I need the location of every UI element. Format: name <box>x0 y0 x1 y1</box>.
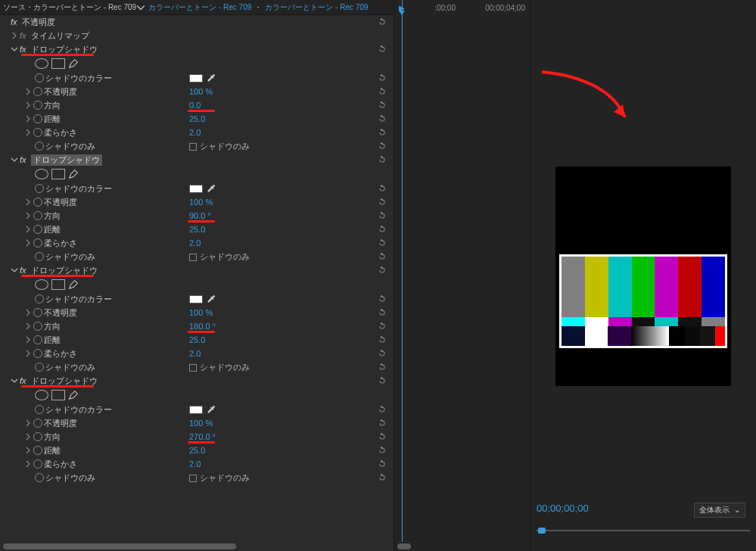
prop-softness[interactable]: 柔らかさ 2.0 <box>0 347 394 360</box>
reset-icon[interactable] <box>377 251 389 262</box>
checkbox[interactable] <box>189 143 197 151</box>
zoom-slider[interactable] <box>537 526 750 535</box>
prop-opacity[interactable]: 不透明度 100 % <box>0 195 394 209</box>
reset-icon[interactable] <box>377 44 389 54</box>
twirl-right-icon[interactable] <box>11 32 18 39</box>
eyedropper-icon[interactable] <box>206 183 216 194</box>
reset-icon[interactable] <box>377 404 389 415</box>
prop-distance[interactable]: 距離 25.0 <box>0 333 394 347</box>
rect-mask-icon[interactable] <box>51 169 65 179</box>
reset-icon[interactable] <box>377 224 389 235</box>
twirl-right-icon[interactable] <box>24 115 32 123</box>
twirl-right-icon[interactable] <box>24 322 32 330</box>
prop-shadow-color[interactable]: シャドウのカラー <box>0 182 394 195</box>
stopwatch-icon[interactable] <box>33 335 42 344</box>
reset-icon[interactable] <box>377 86 389 97</box>
value-softness[interactable]: 2.0 <box>189 349 201 358</box>
twirl-right-icon[interactable] <box>24 309 32 316</box>
value-distance[interactable]: 25.0 <box>189 335 205 344</box>
twirl-down-icon[interactable] <box>11 45 18 53</box>
value-distance[interactable]: 25.0 <box>189 114 205 123</box>
stopwatch-icon[interactable] <box>33 349 42 358</box>
ellipse-mask-icon[interactable] <box>35 169 48 179</box>
twirl-right-icon[interactable] <box>24 226 32 233</box>
prop-shadow-only[interactable]: シャドウのみ シャドウのみ <box>0 250 394 263</box>
rect-mask-icon[interactable] <box>51 58 65 69</box>
clip-link-1[interactable]: カラーバーとトーン - Rec 709 <box>148 2 251 13</box>
prop-direction[interactable]: 方向 180.0 ° <box>0 319 394 333</box>
twirl-down-icon[interactable] <box>11 377 18 384</box>
twirl-right-icon[interactable] <box>24 460 32 468</box>
effect-dropshadow-header[interactable]: fx ドロップシャドウ <box>0 263 394 277</box>
clip-link-2[interactable]: カラーバーとトーン - Rec 709 <box>265 2 368 13</box>
pen-mask-icon[interactable] <box>68 390 79 400</box>
twirl-right-icon[interactable] <box>24 101 32 109</box>
effect-timeremap-header[interactable]: fx タイムリマップ <box>0 29 394 42</box>
color-swatch[interactable] <box>189 74 203 82</box>
value-opacity[interactable]: 100 % <box>189 198 213 207</box>
horizontal-scrollbar[interactable] <box>2 542 392 551</box>
effect-dropshadow-header[interactable]: fx ドロップシャドウ <box>0 42 394 56</box>
stopwatch-icon[interactable] <box>35 252 44 261</box>
prop-shadow-only[interactable]: シャドウのみ シャドウのみ <box>0 360 394 374</box>
value-direction[interactable]: 180.0 ° <box>189 322 216 331</box>
reset-icon[interactable] <box>377 265 389 276</box>
value-opacity[interactable]: 100 % <box>189 419 213 428</box>
eyedropper-icon[interactable] <box>206 73 216 83</box>
zoom-dropdown[interactable]: 全体表示 ⌄ <box>694 503 745 518</box>
checkbox[interactable] <box>189 254 197 261</box>
prop-direction[interactable]: 方向 90.0 ° <box>0 209 394 223</box>
twirl-right-icon[interactable] <box>24 336 32 344</box>
reset-icon[interactable] <box>377 348 389 359</box>
stopwatch-icon[interactable] <box>33 419 42 428</box>
reset-icon[interactable] <box>377 183 389 194</box>
stopwatch-icon[interactable] <box>33 101 42 110</box>
prop-shadow-only[interactable]: シャドウのみ シャドウのみ <box>0 471 394 484</box>
prop-distance[interactable]: 距離 25.0 <box>0 444 394 457</box>
reset-icon[interactable] <box>377 238 389 248</box>
value-direction[interactable]: 90.0 ° <box>189 211 211 220</box>
twirl-right-icon[interactable] <box>24 433 32 440</box>
ellipse-mask-icon[interactable] <box>35 390 48 400</box>
pen-mask-icon[interactable] <box>68 279 79 290</box>
twirl-down-icon[interactable] <box>11 266 18 274</box>
reset-icon[interactable] <box>377 127 389 138</box>
reset-icon[interactable] <box>377 307 389 318</box>
stopwatch-icon[interactable] <box>33 225 42 234</box>
preview-video[interactable] <box>555 167 731 386</box>
prop-direction[interactable]: 方向 0.0 <box>0 98 394 112</box>
twirl-right-icon[interactable] <box>24 419 32 427</box>
reset-icon[interactable] <box>377 335 389 345</box>
prop-softness[interactable]: 柔らかさ 2.0 <box>0 126 394 139</box>
twirl-right-icon[interactable] <box>24 350 32 357</box>
twirl-right-icon[interactable] <box>24 447 32 454</box>
twirl-right-icon[interactable] <box>24 88 32 95</box>
stopwatch-icon[interactable] <box>35 73 44 82</box>
reset-icon[interactable] <box>377 73 389 83</box>
effect-name[interactable]: ドロップシャドウ <box>31 154 102 166</box>
twirl-right-icon[interactable] <box>24 239 32 247</box>
value-softness[interactable]: 2.0 <box>189 459 201 469</box>
stopwatch-icon[interactable] <box>35 294 44 304</box>
reset-icon[interactable] <box>377 418 389 428</box>
twirl-right-icon[interactable] <box>24 212 32 219</box>
effect-dropshadow-header[interactable]: fx ドロップシャドウ <box>0 153 394 167</box>
twirl-right-icon[interactable] <box>24 198 32 206</box>
prop-softness[interactable]: 柔らかさ 2.0 <box>0 236 394 250</box>
checkbox[interactable] <box>189 364 197 372</box>
prop-shadow-only[interactable]: シャドウのみ シャドウのみ <box>0 139 394 153</box>
twirl-right-icon[interactable] <box>24 129 32 136</box>
value-direction[interactable]: 0.0 <box>189 101 201 110</box>
current-timecode[interactable]: 00;00;00;00 <box>537 503 589 514</box>
stopwatch-icon[interactable] <box>35 184 44 193</box>
reset-icon[interactable] <box>377 197 389 207</box>
reset-icon[interactable] <box>377 472 389 483</box>
color-swatch[interactable] <box>189 406 203 414</box>
reset-icon[interactable] <box>377 445 389 456</box>
pen-mask-icon[interactable] <box>68 169 79 179</box>
value-direction[interactable]: 270.0 ° <box>189 432 216 441</box>
reset-icon[interactable] <box>377 362 389 372</box>
reset-icon[interactable] <box>377 114 389 124</box>
color-swatch[interactable] <box>189 185 203 193</box>
prop-shadow-color[interactable]: シャドウのカラー <box>0 71 394 85</box>
